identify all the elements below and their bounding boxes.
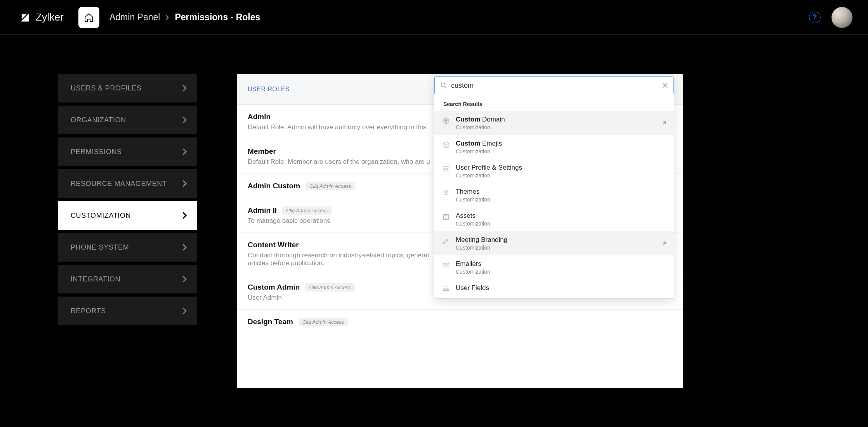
open-icon [661, 120, 667, 126]
search-results-list: Custom DomainCustomizationCustom EmojisC… [434, 111, 674, 298]
brand-name: Zylker [36, 11, 64, 23]
search-result-item[interactable]: Custom DomainCustomization [434, 111, 674, 135]
chevron-right-icon [182, 212, 187, 219]
role-item[interactable]: Design TeamCliq Admin Access [237, 310, 683, 334]
role-name: Admin II [248, 206, 277, 215]
chevron-right-icon [182, 244, 187, 251]
svg-rect-8 [443, 263, 449, 267]
search-result-title: User Profile & Settings [456, 164, 666, 172]
search-result-title: Custom Emojis [456, 140, 666, 148]
search-result-item[interactable]: User Profile & SettingsCustomization [434, 159, 674, 183]
theme-icon [442, 189, 450, 197]
search-result-title: Meeting Branding [456, 236, 666, 244]
sidebar-item-integration[interactable]: INTEGRATION [58, 265, 197, 293]
emoji-icon [442, 141, 450, 149]
fields-icon [442, 285, 450, 293]
role-name: Custom Admin [248, 283, 300, 292]
question-icon: ? [813, 13, 817, 21]
clear-icon[interactable] [662, 83, 668, 88]
role-name: Admin Custom [248, 182, 300, 190]
chevron-right-icon [182, 85, 187, 92]
role-name: Design Team [248, 318, 293, 326]
sidebar-item-label: PHONE SYSTEM [71, 243, 129, 252]
home-button[interactable] [78, 7, 99, 28]
sidebar-item-label: INTEGRATION [71, 275, 120, 283]
search-result-sub: Customization [456, 220, 666, 227]
sidebar-item-label: CUSTOMIZATION [71, 212, 131, 220]
topbar: Zylker Admin Panel Permissions - Roles ? [0, 0, 868, 35]
svg-rect-10 [443, 289, 449, 290]
svg-point-2 [443, 142, 449, 148]
search-result-sub: Customization [456, 124, 666, 130]
help-button[interactable]: ? [809, 12, 821, 23]
sidebar-item-phone-system[interactable]: PHONE SYSTEM [58, 233, 197, 262]
avatar[interactable] [832, 7, 852, 28]
search-result-sub: Customization [456, 245, 666, 251]
sidebar-item-customization[interactable]: CUSTOMIZATION [58, 201, 197, 230]
sidebar-item-label: PERMISSIONS [71, 148, 122, 156]
globe-icon [442, 116, 450, 125]
sidebar: USERS & PROFILESORGANIZATIONPERMISSIONSR… [58, 74, 197, 427]
search-result-sub: Customization [456, 148, 666, 154]
search-icon [440, 82, 447, 89]
search-input[interactable] [451, 82, 662, 90]
search-result-title: Custom Domain [456, 116, 666, 123]
search-result-sub: Customization [456, 196, 666, 203]
sidebar-item-resource-management[interactable]: RESOURCE MANAGEMENT [58, 169, 197, 198]
search-result-title: Emailers [456, 260, 666, 268]
chevron-right-icon [182, 180, 187, 187]
open-icon [661, 241, 667, 246]
search-result-title: Assets [456, 212, 666, 220]
sidebar-item-label: REPORTS [71, 307, 106, 315]
search-result-item[interactable]: EmailersCustomization [434, 255, 674, 279]
sidebar-item-label: ORGANIZATION [71, 116, 126, 124]
chevron-right-icon [165, 15, 169, 20]
panel-section-title: USER ROLES [248, 86, 290, 93]
role-badge: Cliq Admin Access [306, 182, 355, 190]
breadcrumb-parent[interactable]: Admin Panel [109, 12, 160, 23]
svg-rect-9 [443, 287, 449, 288]
breadcrumb-current: Permissions - Roles [175, 12, 260, 23]
search-popover: Search Results Custom DomainCustomizatio… [434, 76, 674, 299]
role-badge: Cliq Admin Access [305, 283, 354, 292]
home-icon [84, 12, 94, 23]
svg-point-6 [444, 168, 445, 169]
search-result-item[interactable]: Meeting BrandingCustomization [434, 231, 674, 255]
sidebar-item-reports[interactable]: REPORTS [58, 297, 197, 325]
search-result-item[interactable]: Custom EmojisCustomization [434, 135, 674, 159]
role-badge: Cliq Admin Access [299, 318, 348, 326]
sidebar-item-permissions[interactable]: PERMISSIONS [58, 137, 197, 166]
brand: Zylker [19, 11, 64, 23]
search-result-title: Themes [456, 188, 666, 196]
chevron-right-icon [182, 276, 187, 283]
sidebar-item-users-profiles[interactable]: USERS & PROFILES [58, 74, 197, 102]
search-result-item[interactable]: ThemesCustomization [434, 183, 674, 207]
search-result-item[interactable]: User Fields [434, 279, 674, 298]
role-name: Admin [248, 113, 271, 121]
search-box [434, 76, 674, 94]
edit-icon [442, 237, 450, 245]
sidebar-item-label: USERS & PROFILES [71, 84, 142, 92]
role-name: Member [248, 147, 276, 156]
mail-icon [442, 261, 450, 269]
role-badge: Cliq Admin Access [282, 207, 332, 215]
svg-point-3 [445, 144, 446, 145]
search-result-sub: Customization [456, 172, 666, 179]
search-result-item[interactable]: AssetsCustomization [434, 207, 674, 231]
brand-logo-icon [19, 12, 30, 23]
search-result-sub: Customization [456, 269, 666, 275]
svg-point-4 [447, 144, 448, 145]
asset-icon [442, 213, 450, 221]
sidebar-item-organization[interactable]: ORGANIZATION [58, 106, 197, 134]
card-icon [442, 165, 450, 173]
workspace: USERS & PROFILESORGANIZATIONPERMISSIONSR… [0, 35, 868, 427]
chevron-right-icon [182, 148, 187, 155]
breadcrumb: Admin Panel Permissions - Roles [109, 12, 260, 23]
chevron-right-icon [182, 307, 187, 314]
search-results-header: Search Results [434, 95, 674, 111]
svg-point-0 [441, 83, 445, 87]
role-name: Content Writer [248, 241, 299, 249]
chevron-right-icon [182, 116, 187, 123]
search-result-title: User Fields [456, 284, 666, 292]
sidebar-item-label: RESOURCE MANAGEMENT [71, 180, 167, 188]
